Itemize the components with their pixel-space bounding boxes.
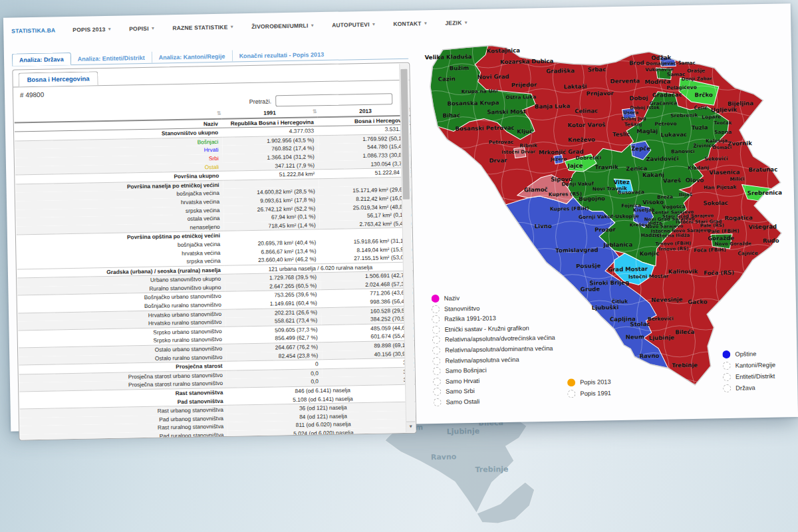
legend-option-op-tine[interactable]: Opštine — [722, 350, 775, 358]
radio-icon[interactable] — [723, 362, 731, 370]
radio-icon[interactable] — [433, 367, 441, 375]
nav-item[interactable]: AUTOPUTEVI▼ — [332, 21, 376, 29]
legend-option-dr-ava[interactable]: Država — [723, 384, 776, 392]
nav-menu: POPIS 2013▼POPISI▼RAZNE STATISTIKE▼ŽIVOR… — [72, 19, 468, 33]
map-label: Neum — [626, 333, 644, 340]
map-label: Bosanski Petrovac — [455, 124, 514, 132]
map-label: Petrovo — [654, 120, 676, 127]
radio-icon[interactable] — [432, 356, 440, 364]
map-label: Prnjavor — [586, 90, 614, 97]
radio-icon[interactable] — [567, 390, 575, 398]
map-label: Banja Luka — [535, 102, 571, 110]
sort-icon[interactable]: ⇅ — [217, 110, 221, 118]
tab-analiza-entiteti-distrikt[interactable]: Analiza: Entiteti/Distrikt — [70, 52, 152, 65]
search-input[interactable] — [275, 93, 392, 106]
map-label: Bosanska Krupa — [447, 99, 499, 106]
sort-1991[interactable]: 1991⇅ — [221, 108, 317, 118]
legend-label: Samo Ostali — [446, 398, 480, 406]
map-label: Kotor Varoš — [567, 121, 605, 128]
legend-option-relativna-apsolutna-ve-ina[interactable]: Relativna/apsolutna većina — [432, 354, 555, 364]
radio-icon[interactable] — [432, 326, 440, 334]
map-label: Gornji Vakuf-Uskoplje — [579, 213, 639, 220]
legend-label: Etnički sastav - Kružni grafikon — [445, 325, 529, 332]
radio-icon[interactable] — [432, 346, 440, 354]
radio-icon[interactable] — [433, 398, 441, 406]
map-label: Tuzla — [692, 124, 708, 130]
legend-option-relativna-apsolutna-dvotre-inska-ve-ina[interactable]: Relativna/apsolutna/dvotrećinska većina — [432, 334, 555, 344]
legend-option-stanovni-tvo[interactable]: Stanovništvo — [432, 303, 555, 313]
map-label: Livno — [535, 223, 552, 229]
radio-icon[interactable] — [723, 384, 731, 392]
nav-item[interactable]: POPISI▼ — [129, 25, 155, 33]
tab-analiza-dr-ava[interactable]: Analiza: Država — [12, 53, 71, 66]
radio-icon[interactable] — [432, 305, 440, 313]
legend-option-relativna-apsolutna-dominantna-ve-ina[interactable]: Relativna/apsolutna/dominantna većina — [432, 344, 555, 354]
legend-option-etni-ki-sastav-kru-ni-grafikon[interactable]: Etnički sastav - Kružni grafikon — [432, 324, 555, 334]
legend-option-entiteti-distrikt[interactable]: Entiteti/Distrikt — [723, 372, 776, 381]
map-label: Bihać — [442, 112, 460, 118]
legend-option-popis-2013[interactable]: Popis 2013 — [567, 378, 611, 386]
map-label: Stolac — [630, 321, 650, 328]
legend-option-samo-hrvati[interactable]: Samo Hrvati — [433, 375, 556, 385]
legend-label: Razlika 1991-2013 — [444, 315, 496, 323]
map-label: Pelagićevo — [666, 84, 697, 91]
map-label: Sanski Most — [487, 108, 526, 115]
chevron-down-icon: ▼ — [372, 22, 376, 27]
map-label: Novo Goražde — [715, 241, 751, 247]
map-label: Prozor — [595, 226, 616, 233]
map-label: Gacko — [688, 299, 708, 306]
legend-option-popis-1991[interactable]: Popis 1991 — [567, 389, 611, 398]
map-label: Foča (RS) — [704, 269, 734, 277]
map-label: Kupres (FBiH) — [550, 205, 589, 212]
radio-icon[interactable] — [432, 315, 440, 323]
nav-item[interactable]: RAZNE STATISTIKE▼ — [172, 23, 234, 31]
map-label: Jajce — [567, 162, 583, 169]
radio-icon[interactable] — [432, 336, 440, 344]
map-label: Srebrenik — [670, 112, 698, 119]
map-label: Ljubuški — [592, 304, 619, 311]
legend-label: Samo Bošnjaci — [446, 367, 487, 374]
map-label: Posušje — [576, 262, 601, 269]
map-label: Vareš — [663, 177, 681, 184]
map-label: Živinice — [693, 142, 715, 149]
scroll-down-button[interactable]: ▾ — [406, 422, 415, 432]
view-mode-legend: NazivStanovništvoRazlika 1991-2013Etničk… — [432, 293, 557, 406]
legend-option-samo-srbi[interactable]: Samo Srbi — [433, 386, 556, 396]
map-label: Sapna — [714, 129, 732, 135]
map-label: Teslić — [612, 131, 630, 138]
radio-icon[interactable] — [433, 378, 441, 386]
nav-item[interactable]: KONTAKT▼ — [393, 20, 428, 27]
map-label: Novi Grad — [477, 73, 509, 80]
tab-kona-ni-rezultati-popis-2013[interactable]: Konačni rezultati - Popis 2013 — [232, 49, 331, 62]
nav-item[interactable]: ŽIVOROĐENI/UMRLI▼ — [251, 22, 315, 30]
sort-icon[interactable]: ⇅ — [313, 108, 317, 116]
nav-item[interactable]: JEZIK▼ — [445, 19, 468, 27]
nav-item[interactable]: POPIS 2013▼ — [72, 26, 112, 33]
sort-2013[interactable]: 2013⇅ — [317, 106, 413, 117]
map-label: Čajniče — [737, 250, 758, 257]
map-label: Ribnik — [519, 142, 538, 149]
legend-option-razlika-1991-2013[interactable]: Razlika 1991-2013 — [432, 313, 555, 323]
ghost-map-label: Ravno — [431, 452, 457, 462]
map-label: Trebinje — [672, 362, 698, 369]
census-table: ⇅ 1991⇅ 2013⇅ Naziv Republika Bosna i He… — [15, 106, 417, 441]
legend-option-naziv[interactable]: Naziv — [432, 293, 555, 303]
brand-link[interactable]: STATISTIKA.BA — [11, 27, 55, 34]
map-label: Jablanica — [602, 241, 632, 249]
radio-selected-icon[interactable] — [722, 350, 730, 358]
legend-option-samo-bo-njaci[interactable]: Samo Bošnjaci — [433, 365, 556, 375]
census-year-legend: Popis 2013Popis 1991 — [567, 378, 611, 398]
legend-option-kantoni-regije[interactable]: Kantoni/Regije — [723, 361, 776, 370]
map-label: Orašje — [687, 68, 705, 74]
legend-label: Samo Srbi — [446, 388, 475, 395]
map-label: Modriča — [644, 78, 670, 85]
radio-selected-icon[interactable] — [567, 378, 575, 386]
radio-selected-icon[interactable] — [432, 295, 440, 303]
map-label: Berkovići — [648, 315, 674, 322]
map-label: Ugljevik — [711, 106, 737, 114]
radio-icon[interactable] — [433, 388, 441, 396]
tab-bosna-i-hercegovina[interactable]: Bosna i Hercegovina — [18, 71, 98, 86]
scrollbar-thumb[interactable] — [400, 69, 410, 200]
radio-icon[interactable] — [723, 373, 731, 381]
tab-analiza-kantoni-regije[interactable]: Analiza: Kantoni/Regije — [152, 51, 232, 63]
